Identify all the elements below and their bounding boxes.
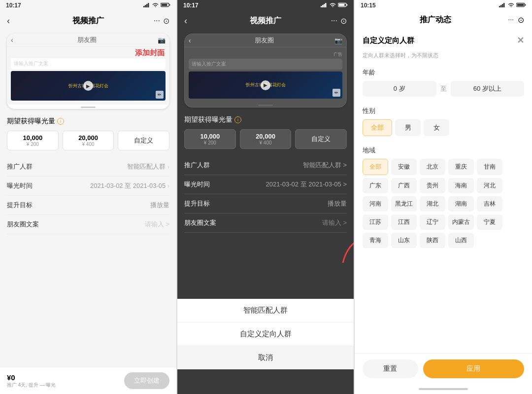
region-guangxi[interactable]: 广西 xyxy=(391,178,417,193)
region-qinghai[interactable]: 青海 xyxy=(363,233,388,248)
region-hunan[interactable]: 湖南 xyxy=(448,196,474,212)
region-henan[interactable]: 河南 xyxy=(363,196,388,212)
target-icon-3[interactable]: ⊙ xyxy=(518,15,524,25)
region-jilin[interactable]: 吉林 xyxy=(477,196,502,212)
reset-btn[interactable]: 重置 xyxy=(363,359,418,378)
more-btn-1[interactable]: ··· ⊙ xyxy=(154,16,169,26)
exposure-btn-20k-2[interactable]: 20,000 ¥ 400 xyxy=(240,129,292,149)
region-all[interactable]: 全部 xyxy=(363,159,388,175)
play-btn-2: ▶ xyxy=(261,80,270,90)
region-ningxia[interactable]: 宁夏 xyxy=(477,215,502,230)
age-from[interactable]: 0 岁 xyxy=(363,81,436,97)
price-20k-2: ¥ 400 xyxy=(242,140,289,145)
post-image-1: 忻州古城首届花灯会 ▶ ✏ xyxy=(11,71,166,101)
region-hubei[interactable]: 湖北 xyxy=(420,196,445,212)
region-liaoning[interactable]: 辽宁 xyxy=(420,215,445,230)
popup-option-1[interactable]: 智能匹配人群 xyxy=(177,299,354,322)
region-jiangxi[interactable]: 江西 xyxy=(391,215,417,230)
status-bar-2: 10:17 xyxy=(177,0,354,11)
post-input-1: 请输入推广文案 xyxy=(11,58,166,69)
region-beijing[interactable]: 北京 xyxy=(420,159,445,175)
row-copy-1: 朋友圈文案 请输入 > xyxy=(7,215,169,234)
wifi-icon-3 xyxy=(508,2,514,8)
svg-rect-12 xyxy=(347,4,348,6)
gender-female[interactable]: 女 xyxy=(424,119,449,136)
inner-bar-2: ‹ 朋友圈 📷 xyxy=(185,34,346,47)
region-jiangsu[interactable]: 江苏 xyxy=(363,215,388,230)
create-btn-1[interactable]: 立即创建 xyxy=(124,372,169,389)
row-value-2-3: 播放量 xyxy=(328,199,347,208)
panel-2: 10:17 ‹ 视频推广 ··· ⊙ ‹ 朋友圈 📷 广告 xyxy=(177,0,354,394)
edit-overlay-1[interactable]: ✏ xyxy=(156,91,164,99)
more-btn-2[interactable]: ··· ⊙ xyxy=(331,16,347,26)
add-cover-label: 添加封面 xyxy=(135,48,165,58)
row-label-2: 曝光时间 xyxy=(7,181,33,190)
region-hainan[interactable]: 海南 xyxy=(448,178,474,193)
row-value-4[interactable]: 请输入 > xyxy=(145,220,169,229)
row-value-1[interactable]: 智能匹配人群 › xyxy=(127,162,169,171)
status-bar-1: 10:17 xyxy=(0,0,176,11)
info-icon-1[interactable]: i xyxy=(57,118,64,125)
exposure-btn-custom[interactable]: 自定义 xyxy=(118,131,169,150)
apply-btn[interactable]: 应用 xyxy=(423,359,524,378)
target-icon-2: ⊙ xyxy=(340,16,347,26)
row-label-1: 推广人群 xyxy=(7,162,33,171)
svg-rect-17 xyxy=(502,4,503,7)
exposure-btn-10k-2[interactable]: 10,000 ¥ 200 xyxy=(184,129,236,149)
region-chongqing[interactable]: 重庆 xyxy=(448,159,474,175)
amount-20k-2: 20,000 xyxy=(242,133,289,140)
price-10k-2: ¥ 200 xyxy=(187,140,233,145)
dots-icon-3[interactable]: ··· xyxy=(508,15,514,25)
region-anhui[interactable]: 安徽 xyxy=(391,159,417,175)
exposure-btn-10k[interactable]: 10,000 ¥ 200 xyxy=(7,131,59,150)
exposure-btn-20k[interactable]: 20,000 ¥ 400 xyxy=(63,131,114,150)
exposure-btn-custom-2[interactable]: 自定义 xyxy=(295,129,347,149)
age-range: 0 岁 至 60 岁以上 xyxy=(363,81,524,97)
region-neimenggu[interactable]: 内蒙古 xyxy=(448,215,474,230)
status-icons-2 xyxy=(321,2,348,8)
post-input-2: 请输入推广文案 xyxy=(189,59,342,70)
edit-overlay-2[interactable]: ✏ xyxy=(332,89,340,97)
nav-bar-1: ‹ 视频推广 ··· ⊙ xyxy=(0,11,176,31)
svg-rect-16 xyxy=(500,5,502,7)
row-value-2-1[interactable]: 智能匹配人群 > xyxy=(303,161,347,170)
popup-option-2[interactable]: 自定义定向人群 xyxy=(177,322,354,346)
region-shanxi[interactable]: 山西 xyxy=(448,233,474,248)
inner-title-2: 朋友圈 xyxy=(194,36,334,45)
back-btn-1[interactable]: ‹ xyxy=(7,16,10,26)
row-time-1: 曝光时间 2021-03-02 至 2021-03-05 › xyxy=(7,177,169,196)
region-shandong[interactable]: 山东 xyxy=(391,233,417,248)
region-shaanxi[interactable]: 陕西 xyxy=(420,233,445,248)
svg-rect-10 xyxy=(325,3,327,7)
amount-10k-2: 10,000 xyxy=(187,133,233,140)
close-btn[interactable]: ✕ xyxy=(517,35,524,46)
back-btn-2[interactable]: ‹ xyxy=(184,16,187,26)
region-heilongjiang[interactable]: 黑龙江 xyxy=(391,196,417,212)
age-to[interactable]: 60 岁以上 xyxy=(451,81,525,97)
region-hebei[interactable]: 河北 xyxy=(477,178,502,193)
gender-all[interactable]: 全部 xyxy=(363,119,392,136)
row-value-2[interactable]: 2021-03-02 至 2021-03-05 › xyxy=(90,181,169,190)
scroll-indicator-1 xyxy=(81,107,96,108)
gender-male[interactable]: 男 xyxy=(395,119,421,136)
target-icon-1: ⊙ xyxy=(163,16,169,26)
dots-icon-1: ··· xyxy=(154,16,160,25)
age-separator: 至 xyxy=(440,84,447,93)
battery-icon-2 xyxy=(338,2,348,8)
region-guizhou[interactable]: 贵州 xyxy=(420,178,445,193)
region-gannan[interactable]: 甘南 xyxy=(477,159,502,175)
phone-preview-1: ‹ 朋友圈 📷 广告 请输入推广文案 忻州古城首届花灯会 ▶ ✏ 添加封面 xyxy=(7,34,169,109)
phone-preview-2: ‹ 朋友圈 📷 广告 请输入推广文案 忻州古城首届花灯会 ▶ ✏ xyxy=(184,34,347,107)
signal-icon-1 xyxy=(143,2,150,8)
wifi-icon-1 xyxy=(152,2,159,8)
row-time-2: 曝光时间 2021-03-02 至 2021-03-05 > xyxy=(184,175,347,194)
popup-cancel[interactable]: 取消 xyxy=(177,346,354,369)
info-icon-2[interactable]: i xyxy=(234,116,241,123)
row-value-2-2[interactable]: 2021-03-02 至 2021-03-05 > xyxy=(266,180,347,189)
region-section: 地域 全部 安徽 北京 重庆 甘南 广东 广西 贵州 海南 河北 河南 黑龙江 … xyxy=(355,141,532,253)
action-buttons: 重置 应用 xyxy=(355,353,532,384)
region-guangdong[interactable]: 广东 xyxy=(363,178,388,193)
row-value-2-4[interactable]: 请输入 > xyxy=(322,218,347,227)
svg-rect-13 xyxy=(339,4,345,6)
inner-title-1: 朋友圈 xyxy=(16,36,158,44)
